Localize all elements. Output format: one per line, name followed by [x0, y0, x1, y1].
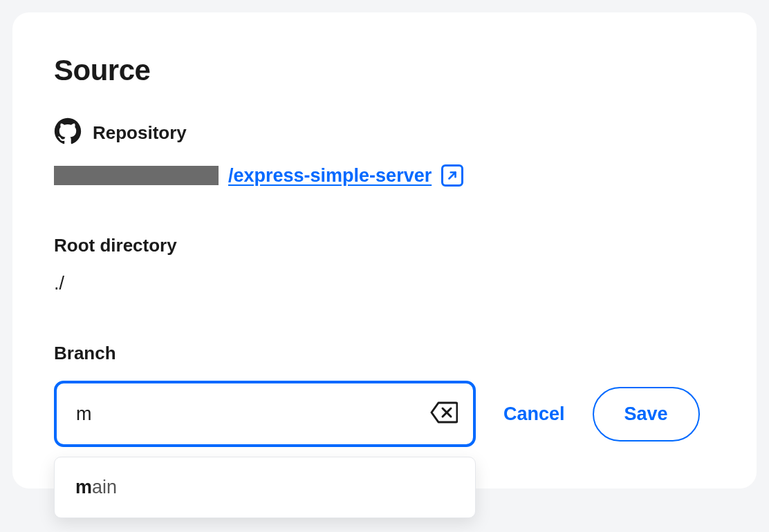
branch-input-row: Cancel Save	[54, 381, 715, 447]
external-link-icon[interactable]	[441, 164, 463, 187]
repository-owner-redacted	[54, 166, 219, 185]
repository-label-row: Repository	[54, 117, 715, 148]
save-button[interactable]: Save	[593, 387, 700, 441]
github-icon	[54, 117, 82, 148]
branch-suggestions-dropdown: main	[54, 457, 476, 518]
root-directory-label: Root directory	[54, 235, 715, 256]
section-title: Source	[54, 54, 715, 87]
cancel-button[interactable]: Cancel	[498, 395, 571, 433]
repository-label: Repository	[93, 122, 187, 144]
branch-input[interactable]	[54, 381, 476, 447]
svg-line-0	[450, 173, 456, 179]
branch-input-container	[54, 381, 476, 447]
branch-label: Branch	[54, 343, 715, 364]
branch-suggestion-match: m	[75, 477, 92, 497]
repository-link-row: /express-simple-server	[54, 164, 715, 187]
branch-suggestion-item[interactable]: main	[55, 457, 475, 517]
clear-input-icon[interactable]	[430, 401, 458, 427]
source-settings-card: Source Repository /express-simple-server…	[12, 12, 757, 488]
repository-link[interactable]: /express-simple-server	[228, 165, 432, 187]
branch-suggestion-rest: ain	[92, 477, 117, 497]
root-directory-value: ./	[54, 273, 715, 294]
